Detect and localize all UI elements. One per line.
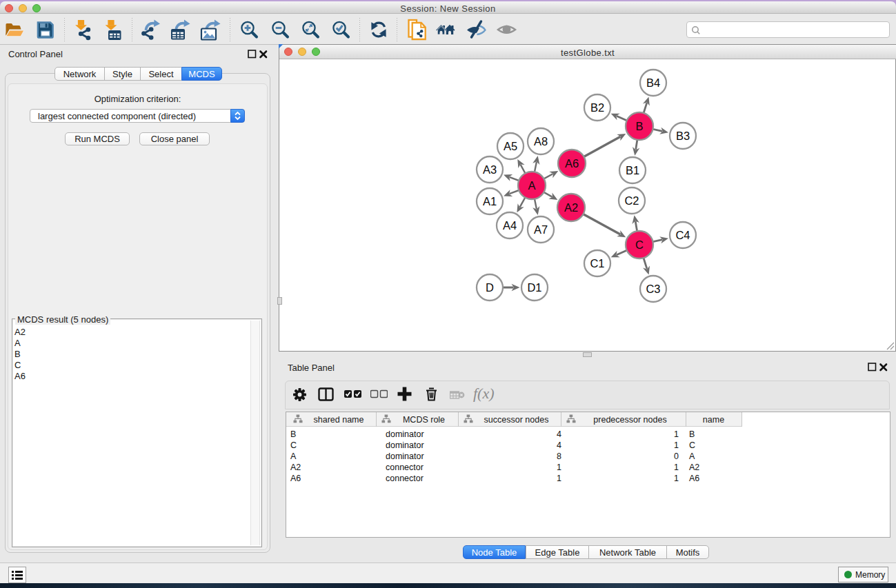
svg-text:A5: A5: [504, 140, 517, 152]
svg-text:B2: B2: [590, 101, 604, 114]
svg-text:D1: D1: [527, 281, 541, 294]
svg-text:B: B: [635, 120, 643, 132]
svg-text:A2: A2: [564, 201, 578, 214]
svg-text:C3: C3: [646, 283, 660, 295]
svg-text:C2: C2: [624, 194, 639, 207]
svg-text:A1: A1: [483, 195, 497, 207]
svg-text:A7: A7: [534, 223, 548, 236]
svg-text:C: C: [635, 239, 644, 251]
svg-text:A3: A3: [483, 163, 497, 176]
svg-text:A6: A6: [565, 157, 579, 170]
svg-text:C1: C1: [590, 257, 604, 270]
svg-text:B1: B1: [626, 164, 639, 176]
svg-text:A: A: [528, 179, 535, 192]
svg-text:A4: A4: [503, 219, 517, 232]
svg-text:A8: A8: [534, 135, 548, 148]
svg-text:D: D: [486, 281, 494, 294]
svg-text:B3: B3: [676, 130, 690, 142]
svg-text:B4: B4: [646, 77, 660, 89]
svg-text:C4: C4: [675, 229, 690, 241]
